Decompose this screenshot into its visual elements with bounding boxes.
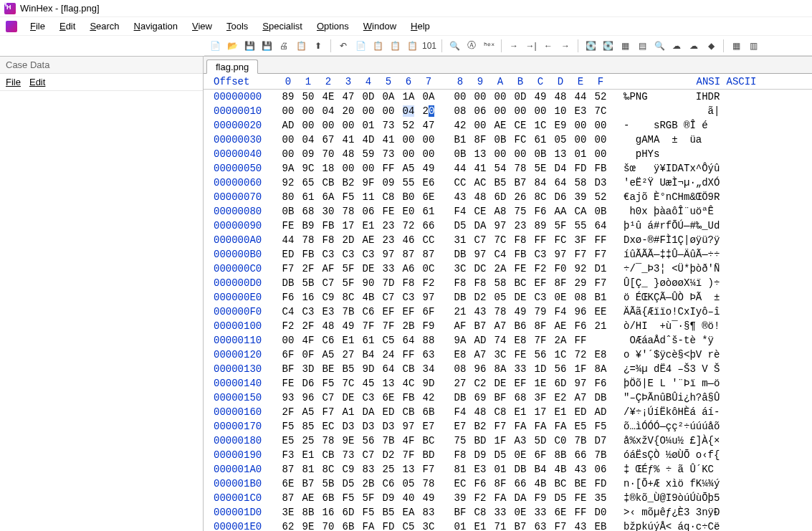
hex-byte[interactable]: 85 [298, 419, 318, 434]
hex-byte[interactable]: B7 [510, 520, 530, 531]
hex-byte[interactable]: BC [419, 434, 439, 448]
hex-byte[interactable]: 78 [338, 204, 358, 219]
hex-byte[interactable]: 73 [378, 147, 398, 161]
hex-row[interactable]: 000000C0F72FAF5FDE33A60C3CDC2AFEF2F092D1… [204, 262, 812, 276]
menu-view[interactable]: View [185, 19, 219, 33]
hex-icon[interactable]: ʰᵉˣ [481, 38, 497, 54]
hex-byte[interactable]: 66 [419, 219, 439, 233]
hex-byte[interactable]: D5 [450, 219, 470, 233]
hex-byte[interactable]: 6B [318, 491, 338, 505]
hex-byte[interactable]: 08 [570, 290, 591, 305]
hex-byte[interactable]: A8 [490, 204, 510, 219]
hex-byte[interactable]: 46 [398, 233, 419, 247]
hex-byte[interactable]: DE [338, 391, 358, 405]
hex-byte[interactable]: 6F [278, 348, 298, 362]
hex-byte[interactable]: C7 [470, 233, 490, 247]
hex-byte[interactable]: FB [318, 219, 338, 233]
menu-specialist[interactable]: Specialist [255, 19, 310, 33]
hex-byte[interactable]: A5 [298, 405, 318, 419]
hex-byte[interactable]: 0B [591, 204, 611, 219]
hex-byte[interactable]: CC [450, 176, 470, 190]
logo-icon[interactable]: ◆ [703, 38, 719, 54]
hex-byte[interactable]: 26 [510, 190, 530, 204]
hex-byte[interactable]: 43 [570, 520, 591, 531]
hex-byte[interactable]: F5 [318, 376, 338, 391]
hex-byte[interactable]: 4B [550, 462, 570, 477]
hex-byte[interactable]: 00 [338, 161, 358, 176]
cloud2-icon[interactable]: ☁ [686, 38, 702, 54]
hex-byte[interactable]: E0 [398, 204, 419, 219]
hex-byte[interactable]: BD [419, 448, 439, 462]
hex-byte[interactable]: 79 [530, 305, 550, 319]
hex-byte[interactable]: B7 [470, 319, 490, 333]
hex-row[interactable]: 00000030000467414D410000B18F0BFC61050000… [204, 133, 812, 147]
hex-byte[interactable]: FF [591, 233, 611, 247]
properties-icon[interactable]: 📋 [293, 38, 309, 54]
hex-byte[interactable]: C0 [550, 434, 570, 448]
hex-byte[interactable]: 00 [278, 333, 298, 348]
hex-byte[interactable]: E3 [570, 104, 591, 118]
hex-byte[interactable]: F7 [591, 276, 611, 290]
hex-byte[interactable]: 08 [450, 104, 470, 118]
hex-byte[interactable]: 0E [510, 505, 530, 520]
ascii-cell[interactable]: "–ÇÞÃnûBÛi¿h?â§Û [611, 391, 812, 405]
hex-byte[interactable]: DB [591, 391, 611, 405]
hex-byte[interactable]: FB [591, 161, 611, 176]
hex-row[interactable]: 00000170F585ECD3D3D397E7E7B2F7FAFAFAE5F5… [204, 419, 812, 434]
hex-byte[interactable]: 97 [470, 247, 490, 262]
hex-byte[interactable]: 00 [490, 90, 510, 104]
hex-byte[interactable]: 06 [591, 462, 611, 477]
hex-byte[interactable]: 00 [278, 104, 298, 118]
hex-byte[interactable]: 04 [398, 104, 419, 118]
hex-byte[interactable]: C3 [530, 247, 550, 262]
hex-byte[interactable]: 24 [378, 348, 398, 362]
hex-byte[interactable]: 09 [298, 147, 318, 161]
hex-byte[interactable]: 2D [338, 233, 358, 247]
hex-byte[interactable]: 00 [591, 133, 611, 147]
hex-byte[interactable]: D9 [470, 448, 490, 462]
hex-byte[interactable]: 00 [419, 147, 439, 161]
hex-byte[interactable]: 09 [378, 176, 398, 190]
hex-byte[interactable]: 25 [378, 462, 398, 477]
ascii-cell[interactable]: ÷/¯_Þ3¦ <Ü*þòð'Ñ [611, 262, 812, 276]
hex-byte[interactable]: F2 [278, 319, 298, 333]
hex-byte[interactable]: BC [510, 276, 530, 290]
hex-byte[interactable]: 93 [278, 391, 298, 405]
hex-byte[interactable]: 64 [550, 176, 570, 190]
hex-byte[interactable]: 9F [358, 176, 378, 190]
export-icon[interactable]: ⬆ [310, 38, 326, 54]
hex-byte[interactable]: B0 [398, 190, 419, 204]
hex-byte[interactable]: 2F [278, 405, 298, 419]
hex-byte[interactable]: 5B [298, 276, 318, 290]
hex-byte[interactable]: 2F [298, 262, 318, 276]
hex-byte[interactable]: D3 [338, 419, 358, 434]
hex-byte[interactable]: 0B [490, 133, 510, 147]
hex-row[interactable]: 000001B06EB75BD52BC60578ECF68F664BBCBEFD… [204, 477, 812, 491]
find-icon[interactable]: 🔍 [446, 38, 462, 54]
hex-byte[interactable]: 42 [450, 118, 470, 133]
hex-byte[interactable]: 88 [419, 333, 439, 348]
hex-byte[interactable]: 42 [419, 391, 439, 405]
hex-byte[interactable]: 49 [419, 161, 439, 176]
hex-byte[interactable]: 23 [378, 219, 398, 233]
hex-byte[interactable]: 18 [318, 161, 338, 176]
hex-byte[interactable]: A7 [570, 391, 591, 405]
menu-navigation[interactable]: Navigation [127, 19, 185, 33]
hex-byte[interactable]: D0 [591, 505, 611, 520]
hex-byte[interactable]: 0B [530, 147, 550, 161]
hex-byte[interactable]: B5 [378, 505, 398, 520]
hex-byte[interactable]: E7 [450, 419, 470, 434]
hex-byte[interactable]: 3C [419, 520, 439, 531]
hex-byte[interactable]: 7C [490, 233, 510, 247]
hex-byte[interactable]: 87 [278, 491, 298, 505]
hex-byte[interactable]: B4 [358, 348, 378, 362]
hex-byte[interactable]: 9C [298, 161, 318, 176]
hex-byte[interactable]: DE [510, 290, 530, 305]
hex-byte[interactable]: 16 [318, 505, 338, 520]
hex-byte[interactable]: F5 [278, 419, 298, 434]
hex-byte[interactable]: 3C [490, 348, 510, 362]
hex-byte[interactable]: 23 [510, 219, 530, 233]
hex-byte[interactable]: C4 [278, 305, 298, 319]
ascii-cell[interactable]: bžpkúýÅ< áq·c÷Cë [611, 520, 812, 531]
hex-byte[interactable]: 27 [450, 376, 470, 391]
